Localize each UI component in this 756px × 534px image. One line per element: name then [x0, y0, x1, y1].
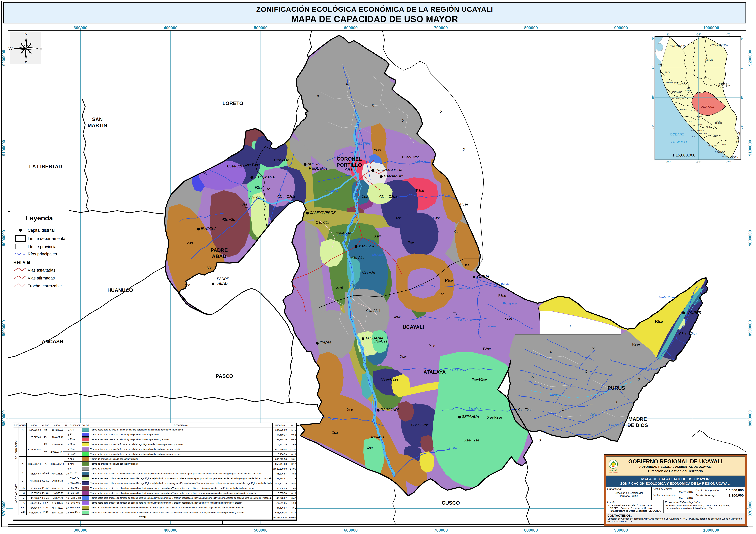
- svg-text:-70°: -70°: [726, 33, 731, 36]
- svg-text:C3se-C2se: C3se-C2se: [402, 155, 419, 159]
- svg-text:OCEANO: OCEANO: [670, 132, 684, 136]
- svg-text:MADRE: MADRE: [716, 120, 722, 122]
- svg-text:MASISEA: MASISEA: [358, 244, 375, 248]
- svg-text:Xsw: Xsw: [400, 354, 407, 358]
- svg-text:-80°: -80°: [665, 33, 670, 36]
- svg-text:-15°: -15°: [740, 125, 743, 130]
- svg-text:Xse-F2se: Xse-F2se: [518, 408, 532, 412]
- svg-text:MANANTAY: MANANTAY: [384, 174, 404, 178]
- svg-text:A3s-A2s: A3s-A2s: [362, 271, 375, 275]
- svg-text:P3s: P3s: [202, 172, 208, 176]
- svg-text:ABAD: ABAD: [212, 253, 226, 259]
- svg-text:Santa Rosa: Santa Rosa: [658, 295, 675, 299]
- svg-text:Piquiyacu: Piquiyacu: [503, 301, 517, 305]
- svg-text:900000: 900000: [614, 26, 628, 30]
- svg-text:Xse: Xse: [367, 446, 373, 450]
- svg-text:X: X: [531, 374, 534, 378]
- svg-text:MARTIN: MARTIN: [88, 123, 107, 128]
- svg-text:PORTILLO: PORTILLO: [337, 162, 362, 168]
- svg-text:-5°: -5°: [740, 66, 743, 70]
- svg-text:X: X: [638, 378, 640, 381]
- svg-text:P3s-A2s: P3s-A2s: [222, 217, 235, 221]
- svg-text:-10°: -10°: [740, 95, 743, 100]
- svg-text:RAIMONDI: RAIMONDI: [380, 408, 399, 412]
- svg-text:MADRE: MADRE: [629, 416, 647, 422]
- svg-text:F3se: F3se: [460, 202, 468, 206]
- svg-text:300000: 300000: [74, 528, 87, 532]
- svg-text:F3se: F3se: [498, 294, 506, 297]
- svg-text:1000000: 1000000: [703, 26, 719, 30]
- svg-text:LIMA: LIMA: [688, 121, 692, 123]
- svg-text:F3se: F3se: [255, 185, 262, 189]
- svg-text:ANCASH: ANCASH: [42, 339, 63, 344]
- svg-text:N: N: [24, 31, 28, 36]
- svg-text:SEPAHUA: SEPAHUA: [462, 414, 479, 419]
- svg-text:PIURA: PIURA: [665, 71, 670, 73]
- svg-text:X: X: [346, 82, 348, 86]
- svg-text:LORETO: LORETO: [223, 100, 243, 106]
- svg-text:800000: 800000: [524, 528, 538, 532]
- svg-text:Vias afirmadas: Vias afirmadas: [28, 276, 55, 280]
- svg-text:8900000: 8900000: [748, 320, 752, 336]
- svg-text:F3se: F3se: [373, 148, 381, 152]
- svg-text:-75°: -75°: [696, 33, 701, 36]
- svg-text:600000: 600000: [344, 26, 358, 30]
- svg-text:HUANCAVELICA: HUANCAVELICA: [691, 130, 704, 131]
- svg-text:Xsw-A3si: Xsw-A3si: [365, 309, 380, 313]
- svg-text:CAJAMARCA: CAJAMARCA: [672, 91, 682, 93]
- svg-text:A3si: A3si: [206, 266, 213, 270]
- svg-text:-70°: -70°: [726, 161, 731, 164]
- svg-text:8700000: 8700000: [2, 500, 6, 516]
- svg-text:CURIMANA: CURIMANA: [256, 175, 275, 179]
- svg-text:X: X: [539, 438, 541, 442]
- svg-text:X: X: [615, 400, 617, 404]
- svg-text:CORONEL: CORONEL: [337, 156, 362, 162]
- svg-text:¡Región Productiva!: ¡Región Productiva!: [609, 472, 618, 473]
- svg-text:1:15,000,000: 1:15,000,000: [672, 153, 695, 157]
- svg-text:UNINE: UNINE: [330, 417, 340, 421]
- svg-text:CHILE: CHILE: [731, 155, 739, 158]
- svg-text:UCAYALI: UCAYALI: [337, 233, 350, 237]
- svg-text:X: X: [592, 347, 595, 351]
- svg-text:900000: 900000: [614, 528, 628, 532]
- svg-text:300000: 300000: [74, 26, 87, 30]
- svg-text:700000: 700000: [434, 26, 448, 30]
- svg-text:CALLERIA: CALLERIA: [354, 142, 370, 145]
- svg-text:TIGRE: TIGRE: [448, 446, 458, 450]
- svg-text:CUSCO: CUSCO: [707, 126, 714, 128]
- svg-text:ICA: ICA: [692, 136, 695, 138]
- svg-text:Sepahua: Sepahua: [469, 407, 481, 410]
- svg-text:NUEVA: NUEVA: [308, 162, 320, 166]
- svg-text:LA LIBERTAD: LA LIBERTAD: [672, 98, 683, 99]
- svg-text:Xse: Xse: [347, 408, 353, 412]
- svg-text:PACIFICO: PACIFICO: [671, 140, 687, 144]
- svg-text:X: X: [569, 324, 572, 328]
- svg-text:-80°: -80°: [665, 161, 670, 164]
- svg-text:ABAD: ABAD: [217, 281, 228, 285]
- svg-text:F2se: F2se: [632, 342, 640, 346]
- svg-text:Alto Shambuyacu: Alto Shambuyacu: [608, 423, 634, 427]
- svg-text:Ucayali: Ucayali: [609, 469, 617, 471]
- svg-text:SHESHEA: SHESHEA: [456, 318, 472, 322]
- svg-text:9000000: 9000000: [748, 230, 752, 246]
- svg-text:PURUS: PURUS: [608, 385, 625, 391]
- svg-text:Xse: Xse: [453, 230, 460, 234]
- svg-text:Capital distrital: Capital distrital: [28, 228, 55, 233]
- svg-text:8800000: 8800000: [748, 410, 752, 426]
- svg-text:AREQUIPA: AREQUIPA: [708, 145, 717, 147]
- svg-text:C3se-C2se: C3se-C2se: [679, 332, 696, 336]
- svg-text:-75°: -75°: [696, 161, 701, 164]
- svg-text:8900000: 8900000: [2, 320, 6, 336]
- svg-text:1000000: 1000000: [703, 528, 719, 532]
- svg-text:8700000: 8700000: [748, 500, 752, 516]
- svg-text:C3se-C2se: C3se-C2se: [227, 164, 245, 168]
- svg-text:PURUS: PURUS: [688, 311, 701, 315]
- svg-text:-10°: -10°: [651, 95, 654, 100]
- svg-text:Utuquinia: Utuquinia: [415, 160, 428, 163]
- svg-text:Xsw: Xsw: [394, 315, 400, 319]
- svg-text:9200000: 9200000: [2, 50, 6, 66]
- svg-text:TUMBES: TUMBES: [657, 64, 663, 66]
- svg-text:Xse: Xse: [429, 344, 435, 348]
- svg-text:Tamaya: Tamaya: [458, 286, 470, 290]
- svg-text:Límite departamental: Límite departamental: [28, 236, 67, 241]
